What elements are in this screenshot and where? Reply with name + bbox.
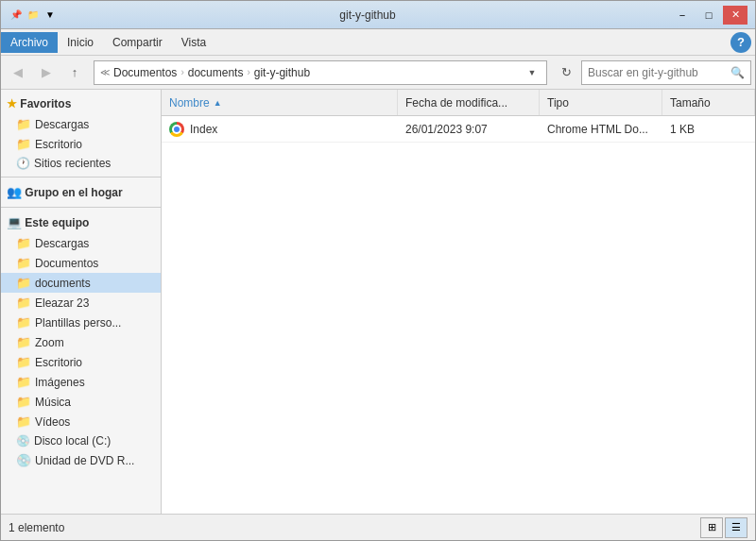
sidebar-item-label: Sitios recientes bbox=[34, 157, 111, 170]
menu-archivo[interactable]: Archivo bbox=[1, 32, 58, 53]
search-bar[interactable]: 🔍 bbox=[581, 60, 751, 85]
app-icon-arrow: ▼ bbox=[43, 8, 58, 23]
sidebar-item-label: Zoom bbox=[35, 336, 64, 349]
view-details[interactable]: ☰ bbox=[725, 517, 747, 538]
help-button[interactable]: ? bbox=[730, 32, 751, 53]
computer-icon: 💻 bbox=[7, 215, 22, 229]
col-header-name[interactable]: Nombre ▲ bbox=[162, 90, 398, 115]
sidebar-item-imagenes[interactable]: 📁 Imágenes bbox=[1, 372, 161, 392]
sidebar-item-musica[interactable]: 📁 Música bbox=[1, 392, 161, 412]
sidebar-item-label: Imágenes bbox=[35, 376, 85, 389]
back-button[interactable]: ◀ bbox=[5, 60, 31, 85]
title-bar: 📌 📁 ▼ git-y-github − □ ✕ bbox=[1, 1, 755, 29]
address-part-1: Documentos bbox=[113, 66, 177, 79]
sidebar-section-group[interactable]: 👥 Grupo en el hogar bbox=[1, 181, 161, 203]
folder-icon: 📁 bbox=[16, 355, 31, 369]
file-type: Chrome HTML Do... bbox=[547, 123, 648, 136]
sitios-icon: 🕐 bbox=[16, 157, 30, 170]
file-list: Index 26/01/2023 9:07 Chrome HTML Do... … bbox=[162, 116, 755, 514]
file-name: Index bbox=[190, 123, 217, 136]
sidebar-item-label: Descargas bbox=[35, 237, 89, 250]
sidebar-item-plantillas[interactable]: 📁 Plantillas perso... bbox=[1, 313, 161, 332]
sidebar-item-label: Unidad de DVD R... bbox=[35, 454, 134, 467]
file-size: 1 KB bbox=[670, 123, 695, 136]
sidebar-item-zoom[interactable]: 📁 Zoom bbox=[1, 332, 161, 352]
col-header-type[interactable]: Tipo bbox=[540, 90, 662, 115]
col-date-label: Fecha de modifica... bbox=[405, 96, 507, 110]
toolbar: ◀ ▶ ↑ ≪ Documentos › documents › git-y-g… bbox=[1, 56, 755, 90]
col-header-size[interactable]: Tamaño bbox=[662, 90, 755, 115]
window-title: git-y-github bbox=[65, 8, 670, 22]
col-name-label: Nombre bbox=[169, 96, 210, 110]
sidebar-item-dvd[interactable]: 💿 Unidad de DVD R... bbox=[1, 450, 161, 470]
forward-button[interactable]: ▶ bbox=[33, 60, 60, 85]
up-button[interactable]: ↑ bbox=[61, 60, 88, 85]
col-header-date[interactable]: Fecha de modifica... bbox=[398, 90, 540, 115]
menu-inicio[interactable]: Inicio bbox=[58, 32, 103, 53]
file-cell-type: Chrome HTML Do... bbox=[540, 123, 662, 136]
col-size-label: Tamaño bbox=[670, 96, 711, 110]
folder-icon: 📁 bbox=[16, 276, 31, 290]
menu-compartir[interactable]: Compartir bbox=[103, 32, 172, 53]
search-icon: 🔍 bbox=[730, 66, 745, 79]
folder-icon: 📁 bbox=[16, 414, 31, 429]
divider-1 bbox=[1, 177, 161, 178]
folder-icon: 📁 bbox=[16, 296, 31, 310]
main-content: ★ Favoritos 📁 Descargas 📁 Escritorio 🕐 S… bbox=[1, 90, 755, 514]
address-bar[interactable]: ≪ Documentos › documents › git-y-github … bbox=[94, 60, 547, 85]
disk-icon: 💿 bbox=[16, 434, 30, 448]
sidebar-section-computer[interactable]: 💻 Este equipo bbox=[1, 211, 161, 233]
sidebar-item-label: Descargas bbox=[35, 118, 89, 131]
sidebar-item-sitios[interactable]: 🕐 Sitios recientes bbox=[1, 154, 161, 173]
sidebar-item-label: Plantillas perso... bbox=[35, 316, 121, 330]
minimize-button[interactable]: − bbox=[670, 6, 695, 25]
sidebar-item-label: Escritorio bbox=[35, 138, 82, 151]
sidebar-item-disco[interactable]: 💿 Disco local (C:) bbox=[1, 431, 161, 450]
sidebar-item-label: Vídeos bbox=[35, 415, 70, 429]
address-sep-2: › bbox=[247, 67, 249, 77]
sidebar-item-descargas-fav[interactable]: 📁 Descargas bbox=[1, 114, 161, 134]
sidebar-item-label: documents bbox=[35, 277, 91, 290]
sidebar-item-escritorio-fav[interactable]: 📁 Escritorio bbox=[1, 134, 161, 154]
close-button[interactable]: ✕ bbox=[723, 6, 747, 25]
group-icon: 👥 bbox=[7, 185, 22, 199]
file-area: Nombre ▲ Fecha de modifica... Tipo Tamañ… bbox=[162, 90, 755, 514]
file-cell-size: 1 KB bbox=[662, 123, 755, 136]
sidebar-item-label: Documentos bbox=[35, 257, 98, 270]
status-bar: 1 elemento ⊞ ☰ bbox=[1, 514, 755, 540]
sidebar-item-label: Música bbox=[35, 396, 71, 409]
file-cell-name: Index bbox=[162, 122, 398, 137]
sidebar-item-escritorio-pc[interactable]: 📁 Escritorio bbox=[1, 352, 161, 372]
sidebar-item-documents[interactable]: 📁 documents bbox=[1, 273, 161, 293]
folder-icon: 📁 bbox=[16, 256, 31, 270]
folder-icon: 📁 bbox=[16, 335, 31, 349]
folder-icon: 📁 bbox=[16, 315, 31, 330]
folder-icon: 📁 bbox=[16, 236, 31, 250]
sidebar-item-documentos[interactable]: 📁 Documentos bbox=[1, 253, 161, 273]
sidebar-section-favorites[interactable]: ★ Favoritos bbox=[1, 93, 161, 114]
table-row[interactable]: Index 26/01/2023 9:07 Chrome HTML Do... … bbox=[162, 116, 755, 143]
star-icon: ★ bbox=[7, 97, 17, 110]
sidebar-item-eleazar[interactable]: 📁 Eleazar 23 bbox=[1, 293, 161, 313]
sidebar-item-descargas-pc[interactable]: 📁 Descargas bbox=[1, 233, 161, 253]
menu-vista[interactable]: Vista bbox=[172, 32, 215, 53]
file-date: 26/01/2023 9:07 bbox=[405, 123, 488, 136]
folder-icon: 📁 bbox=[16, 375, 31, 389]
address-part-2: documents bbox=[188, 66, 244, 79]
maximize-button[interactable]: □ bbox=[696, 6, 721, 25]
view-large-icons[interactable]: ⊞ bbox=[700, 517, 723, 538]
sidebar-item-videos[interactable]: 📁 Vídeos bbox=[1, 412, 161, 431]
status-item-count: 1 elemento bbox=[9, 521, 64, 534]
computer-label: Este equipo bbox=[25, 216, 89, 229]
address-bar-icon: ≪ bbox=[100, 67, 110, 77]
refresh-button[interactable]: ↻ bbox=[553, 60, 579, 85]
title-bar-app-icons: 📌 📁 ▼ bbox=[9, 8, 58, 23]
dvd-icon: 💿 bbox=[16, 453, 31, 467]
search-input[interactable] bbox=[588, 66, 730, 79]
sidebar: ★ Favoritos 📁 Descargas 📁 Escritorio 🕐 S… bbox=[1, 90, 162, 514]
folder-icon: 📁 bbox=[16, 137, 31, 151]
folder-icon: 📁 bbox=[16, 117, 31, 131]
chrome-icon bbox=[169, 122, 184, 137]
address-sep-1: › bbox=[180, 67, 183, 77]
address-dropdown[interactable]: ▼ bbox=[524, 63, 541, 82]
